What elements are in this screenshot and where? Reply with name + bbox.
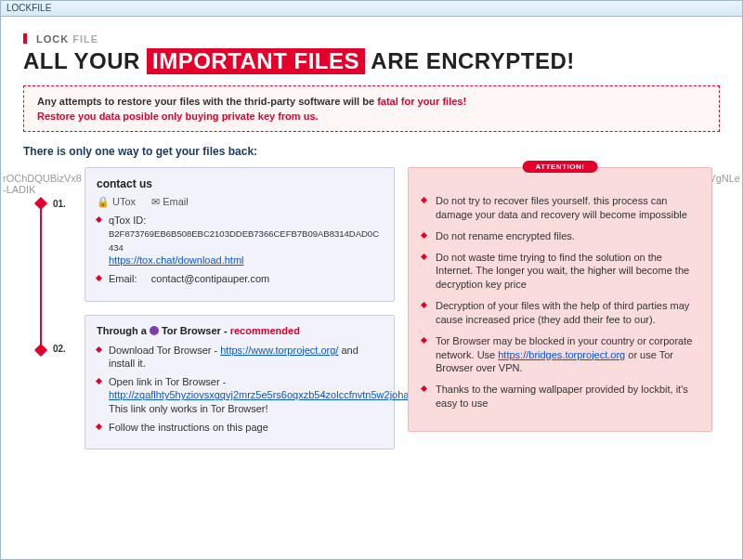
tor-open-b: This link only works in Tor Browser! [109,403,268,414]
headline-pre: ALL YOUR [23,48,140,73]
tor-title-a: Through a [97,325,150,336]
tor-dl-a: Download Tor Browser - [109,345,220,356]
onion-link[interactable]: http://zqaflhty5hyziovsxgqvj2mrz5e5rs6oq… [109,389,443,400]
warn-fatal: fatal for your files! [377,96,466,107]
bridges-link[interactable]: https://bridges.torproject.org [498,349,625,360]
tor-open-a: Open link in Tor Browser - [109,376,226,387]
attn-item: Decryption of your files with the help o… [436,299,698,327]
attention-badge: ATTENTION! [523,161,598,173]
attn-item: Thanks to the warning wallpaper provided… [436,383,698,410]
timeline-line [40,206,42,350]
warn-line1a: Any attempts to restore your files with … [37,96,377,107]
bullet-icon [421,197,427,203]
bg-fragment-left1: rOChDQUBizVx8 [3,173,82,184]
step-01-label: 01. [53,199,66,209]
attn-item: Tor Browser may be blocked in your count… [436,334,698,376]
qtox-label: qTox ID: [109,215,146,226]
bullet-icon [421,385,427,392]
mail-icon: ✉ [151,196,160,207]
tor-title-b: Tor Browser - [162,325,230,336]
tor-panel: Through a Tor Browser - recommended Down… [85,315,395,450]
window-titlebar: LOCKFILE [0,0,743,17]
window-body: LOCK FILE ALL YOUR IMPORTANT FILES ARE E… [0,17,743,560]
tor-icon [150,326,159,335]
headline-post: ARE ENCRYPTED! [371,48,574,73]
attn-item: Do not waste time trying to find the sol… [436,251,698,293]
lock-icon: 🔒 [97,196,110,207]
tox-download-link[interactable]: https://tox.chat/download.html [109,254,244,266]
page-headline: ALL YOUR IMPORTANT FILES ARE ENCRYPTED! [23,48,720,74]
email-label: Email: [109,273,137,284]
contact-title: contact us [97,177,383,190]
attn-item: Do not rename encrypted files. [436,229,698,243]
attention-panel: ATTENTION! Do not try to recover files y… [408,167,712,432]
bullet-icon [96,423,102,430]
bullet-icon [421,253,427,259]
attn-item: Do not try to recover files yourself. th… [436,194,698,222]
bullet-icon [96,275,102,281]
contact-panel: contact us 🔒 UTox ✉ Email [85,167,395,302]
warning-banner: Any attempts to restore your files with … [23,85,720,132]
brand-lock: LOCK [36,33,69,45]
email-option: ✉ Email [151,196,189,208]
bullet-icon [421,337,427,344]
brand-file: FILE [72,33,98,45]
bullet-icon [96,378,102,384]
step-02-label: 02. [53,344,66,354]
oneway-heading: There is only one way to get your files … [23,145,720,158]
tor-recommended: recommended [230,325,300,336]
bg-fragment-left2: -LADIK [3,184,35,195]
brand-bar-icon [23,33,27,44]
bullet-icon [96,216,102,223]
bullet-icon [421,302,427,308]
tor-follow: Follow the instructions on this page [109,421,383,434]
utox-option: 🔒 UTox [97,196,136,208]
brand-header: LOCK FILE [23,33,720,45]
bullet-icon [96,346,102,353]
bullet-icon [421,232,427,239]
warn-line2: Restore you data posible only buying pri… [37,111,706,122]
headline-highlight: IMPORTANT FILES [147,48,365,74]
torproject-link[interactable]: https://www.torproject.org/ [220,345,338,356]
email-address: contact@contipauper.com [151,273,269,284]
qtox-id: B2F873769EB6B508EBC2103DDEB7366CEFB7B09A… [109,228,379,252]
